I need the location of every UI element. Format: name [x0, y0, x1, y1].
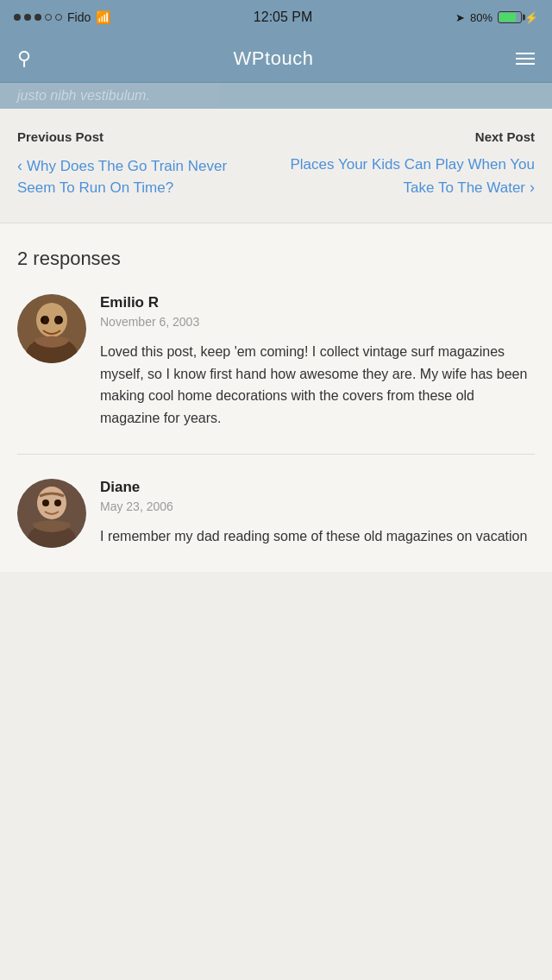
next-post-link[interactable]: Places Your Kids Can Play When You Take …: [290, 156, 535, 196]
prev-post-col: Previous Post ‹ Why Does The Go Train Ne…: [17, 129, 266, 198]
svg-point-9: [42, 499, 49, 506]
svg-rect-4: [43, 316, 48, 324]
location-icon: ➤: [455, 11, 465, 24]
search-icon[interactable]: ⚲: [17, 47, 31, 70]
battery-percent: 80%: [470, 11, 492, 24]
next-post-label: Next Post: [286, 129, 535, 144]
comment-date: November 6, 2003: [100, 315, 535, 329]
status-bar: Fido 📶 12:05 PM ➤ 80% ⚡: [0, 0, 552, 35]
next-post-col: Next Post Places Your Kids Can Play When…: [286, 129, 535, 198]
app-title: WPtouch: [234, 47, 314, 70]
next-arrow: ›: [525, 179, 535, 196]
comment-body: Emilio R November 6, 2003 Loved this pos…: [100, 294, 535, 429]
svg-rect-5: [55, 316, 60, 324]
svg-point-10: [54, 499, 61, 506]
responses-section: 2 responses Emilio R November 6, 20: [0, 223, 552, 571]
menu-icon[interactable]: [516, 53, 535, 65]
navbar: ⚲ WPtouch: [0, 35, 552, 83]
comment-item: Diane May 23, 2006 I remember my dad rea…: [17, 454, 535, 572]
post-navigation: Previous Post ‹ Why Does The Go Train Ne…: [0, 109, 552, 223]
comment-item: Emilio R November 6, 2003 Loved this pos…: [17, 294, 535, 453]
avatar: [17, 294, 86, 363]
status-left: Fido 📶: [14, 10, 110, 24]
avatar-wrapper: [17, 479, 86, 548]
comment-body: Diane May 23, 2006 I remember my dad rea…: [100, 479, 535, 548]
carrier-label: Fido: [67, 10, 91, 24]
responses-count: 2 responses: [17, 248, 535, 270]
wifi-icon: 📶: [96, 10, 110, 24]
status-right: ➤ 80% ⚡: [455, 11, 538, 24]
bolt-icon: ⚡: [524, 11, 538, 24]
comment-text: Loved this post, keep 'em coming! I coll…: [100, 341, 535, 429]
comment-date: May 23, 2006: [100, 499, 535, 513]
fade-text: justo nibh vestibulum.: [17, 88, 150, 104]
prev-post-link[interactable]: ‹ Why Does The Go Train Never Seem To Ru…: [17, 158, 227, 196]
comment-text: I remember my dad reading some of these …: [100, 525, 535, 548]
avatar-wrapper: [17, 294, 86, 363]
prev-arrow: ‹: [17, 157, 27, 174]
comment-author: Diane: [100, 479, 535, 496]
time-display: 12:05 PM: [254, 9, 312, 25]
scroll-fade-area: justo nibh vestibulum.: [0, 83, 552, 109]
comment-author: Emilio R: [100, 294, 535, 311]
prev-post-label: Previous Post: [17, 129, 266, 144]
signal-dots: [14, 14, 62, 21]
avatar: [17, 479, 86, 548]
battery-indicator: ⚡: [498, 11, 538, 24]
